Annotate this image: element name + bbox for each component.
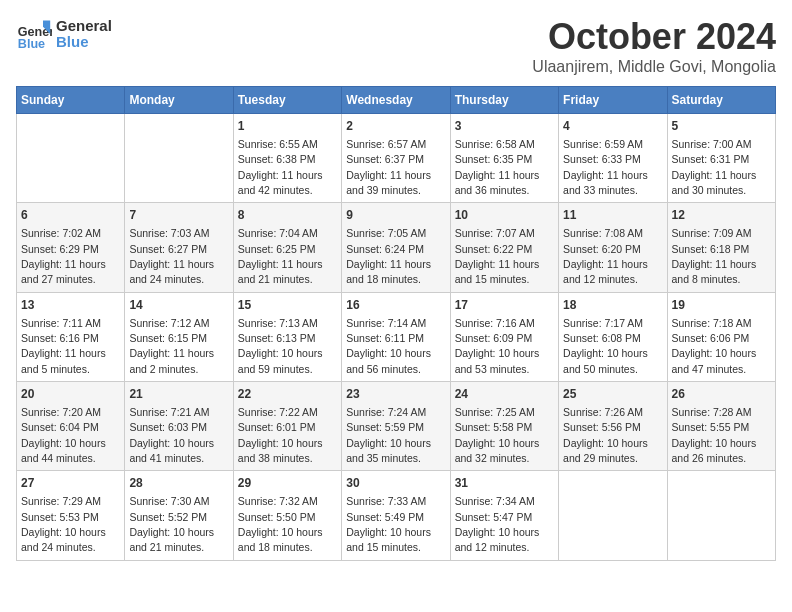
calendar-cell: 19Sunrise: 7:18 AM Sunset: 6:06 PM Dayli…: [667, 292, 775, 381]
day-info: Sunrise: 7:24 AM Sunset: 5:59 PM Dayligh…: [346, 406, 431, 464]
calendar-cell: 2Sunrise: 6:57 AM Sunset: 6:37 PM Daylig…: [342, 114, 450, 203]
day-number: 19: [672, 297, 771, 314]
day-info: Sunrise: 7:33 AM Sunset: 5:49 PM Dayligh…: [346, 495, 431, 553]
day-number: 9: [346, 207, 445, 224]
day-number: 21: [129, 386, 228, 403]
calendar-cell: 11Sunrise: 7:08 AM Sunset: 6:20 PM Dayli…: [559, 203, 667, 292]
day-number: 26: [672, 386, 771, 403]
calendar-cell: 20Sunrise: 7:20 AM Sunset: 6:04 PM Dayli…: [17, 382, 125, 471]
day-number: 15: [238, 297, 337, 314]
day-info: Sunrise: 7:14 AM Sunset: 6:11 PM Dayligh…: [346, 317, 431, 375]
day-number: 12: [672, 207, 771, 224]
calendar-cell: [559, 471, 667, 560]
calendar-cell: 29Sunrise: 7:32 AM Sunset: 5:50 PM Dayli…: [233, 471, 341, 560]
calendar-week-row: 1Sunrise: 6:55 AM Sunset: 6:38 PM Daylig…: [17, 114, 776, 203]
day-info: Sunrise: 6:57 AM Sunset: 6:37 PM Dayligh…: [346, 138, 431, 196]
day-number: 11: [563, 207, 662, 224]
day-info: Sunrise: 7:29 AM Sunset: 5:53 PM Dayligh…: [21, 495, 106, 553]
calendar-week-row: 20Sunrise: 7:20 AM Sunset: 6:04 PM Dayli…: [17, 382, 776, 471]
calendar-cell: 17Sunrise: 7:16 AM Sunset: 6:09 PM Dayli…: [450, 292, 558, 381]
day-number: 14: [129, 297, 228, 314]
calendar-header: SundayMondayTuesdayWednesdayThursdayFrid…: [17, 87, 776, 114]
calendar-cell: 30Sunrise: 7:33 AM Sunset: 5:49 PM Dayli…: [342, 471, 450, 560]
day-info: Sunrise: 7:32 AM Sunset: 5:50 PM Dayligh…: [238, 495, 323, 553]
day-number: 5: [672, 118, 771, 135]
calendar-cell: 1Sunrise: 6:55 AM Sunset: 6:38 PM Daylig…: [233, 114, 341, 203]
logo-text-blue: Blue: [56, 34, 112, 51]
calendar-cell: 23Sunrise: 7:24 AM Sunset: 5:59 PM Dayli…: [342, 382, 450, 471]
day-number: 18: [563, 297, 662, 314]
calendar-table: SundayMondayTuesdayWednesdayThursdayFrid…: [16, 86, 776, 561]
day-number: 17: [455, 297, 554, 314]
calendar-cell: 10Sunrise: 7:07 AM Sunset: 6:22 PM Dayli…: [450, 203, 558, 292]
day-info: Sunrise: 7:34 AM Sunset: 5:47 PM Dayligh…: [455, 495, 540, 553]
day-info: Sunrise: 7:08 AM Sunset: 6:20 PM Dayligh…: [563, 227, 648, 285]
location-title: Ulaanjirem, Middle Govi, Mongolia: [532, 58, 776, 76]
calendar-body: 1Sunrise: 6:55 AM Sunset: 6:38 PM Daylig…: [17, 114, 776, 561]
day-number: 2: [346, 118, 445, 135]
day-info: Sunrise: 7:16 AM Sunset: 6:09 PM Dayligh…: [455, 317, 540, 375]
day-info: Sunrise: 7:25 AM Sunset: 5:58 PM Dayligh…: [455, 406, 540, 464]
weekday-header: Tuesday: [233, 87, 341, 114]
calendar-cell: [667, 471, 775, 560]
day-info: Sunrise: 7:13 AM Sunset: 6:13 PM Dayligh…: [238, 317, 323, 375]
weekday-header: Monday: [125, 87, 233, 114]
day-info: Sunrise: 7:20 AM Sunset: 6:04 PM Dayligh…: [21, 406, 106, 464]
calendar-cell: 31Sunrise: 7:34 AM Sunset: 5:47 PM Dayli…: [450, 471, 558, 560]
weekday-header: Wednesday: [342, 87, 450, 114]
calendar-cell: 14Sunrise: 7:12 AM Sunset: 6:15 PM Dayli…: [125, 292, 233, 381]
day-info: Sunrise: 7:21 AM Sunset: 6:03 PM Dayligh…: [129, 406, 214, 464]
day-number: 30: [346, 475, 445, 492]
calendar-cell: 7Sunrise: 7:03 AM Sunset: 6:27 PM Daylig…: [125, 203, 233, 292]
day-number: 29: [238, 475, 337, 492]
day-number: 28: [129, 475, 228, 492]
calendar-cell: 6Sunrise: 7:02 AM Sunset: 6:29 PM Daylig…: [17, 203, 125, 292]
calendar-cell: [125, 114, 233, 203]
calendar-cell: 27Sunrise: 7:29 AM Sunset: 5:53 PM Dayli…: [17, 471, 125, 560]
day-info: Sunrise: 7:09 AM Sunset: 6:18 PM Dayligh…: [672, 227, 757, 285]
weekday-header: Saturday: [667, 87, 775, 114]
calendar-week-row: 6Sunrise: 7:02 AM Sunset: 6:29 PM Daylig…: [17, 203, 776, 292]
day-number: 27: [21, 475, 120, 492]
day-number: 25: [563, 386, 662, 403]
day-info: Sunrise: 7:07 AM Sunset: 6:22 PM Dayligh…: [455, 227, 540, 285]
page-header: General Blue General Blue October 2024 U…: [16, 16, 776, 76]
day-info: Sunrise: 7:11 AM Sunset: 6:16 PM Dayligh…: [21, 317, 106, 375]
calendar-cell: 25Sunrise: 7:26 AM Sunset: 5:56 PM Dayli…: [559, 382, 667, 471]
day-info: Sunrise: 7:26 AM Sunset: 5:56 PM Dayligh…: [563, 406, 648, 464]
svg-text:Blue: Blue: [18, 37, 45, 51]
calendar-cell: 21Sunrise: 7:21 AM Sunset: 6:03 PM Dayli…: [125, 382, 233, 471]
day-info: Sunrise: 7:28 AM Sunset: 5:55 PM Dayligh…: [672, 406, 757, 464]
day-number: 31: [455, 475, 554, 492]
day-number: 20: [21, 386, 120, 403]
day-number: 16: [346, 297, 445, 314]
day-number: 23: [346, 386, 445, 403]
calendar-cell: 16Sunrise: 7:14 AM Sunset: 6:11 PM Dayli…: [342, 292, 450, 381]
day-info: Sunrise: 7:12 AM Sunset: 6:15 PM Dayligh…: [129, 317, 214, 375]
day-number: 3: [455, 118, 554, 135]
day-number: 10: [455, 207, 554, 224]
calendar-cell: 5Sunrise: 7:00 AM Sunset: 6:31 PM Daylig…: [667, 114, 775, 203]
calendar-cell: [17, 114, 125, 203]
calendar-cell: 8Sunrise: 7:04 AM Sunset: 6:25 PM Daylig…: [233, 203, 341, 292]
day-info: Sunrise: 7:05 AM Sunset: 6:24 PM Dayligh…: [346, 227, 431, 285]
weekday-header: Friday: [559, 87, 667, 114]
day-info: Sunrise: 7:03 AM Sunset: 6:27 PM Dayligh…: [129, 227, 214, 285]
calendar-cell: 26Sunrise: 7:28 AM Sunset: 5:55 PM Dayli…: [667, 382, 775, 471]
day-number: 24: [455, 386, 554, 403]
weekday-header: Sunday: [17, 87, 125, 114]
day-number: 13: [21, 297, 120, 314]
calendar-cell: 18Sunrise: 7:17 AM Sunset: 6:08 PM Dayli…: [559, 292, 667, 381]
calendar-cell: 22Sunrise: 7:22 AM Sunset: 6:01 PM Dayli…: [233, 382, 341, 471]
logo-icon: General Blue: [16, 16, 52, 52]
weekday-header: Thursday: [450, 87, 558, 114]
day-number: 8: [238, 207, 337, 224]
day-number: 1: [238, 118, 337, 135]
calendar-cell: 15Sunrise: 7:13 AM Sunset: 6:13 PM Dayli…: [233, 292, 341, 381]
day-info: Sunrise: 7:17 AM Sunset: 6:08 PM Dayligh…: [563, 317, 648, 375]
month-title: October 2024: [532, 16, 776, 58]
calendar-cell: 24Sunrise: 7:25 AM Sunset: 5:58 PM Dayli…: [450, 382, 558, 471]
calendar-cell: 13Sunrise: 7:11 AM Sunset: 6:16 PM Dayli…: [17, 292, 125, 381]
calendar-cell: 3Sunrise: 6:58 AM Sunset: 6:35 PM Daylig…: [450, 114, 558, 203]
day-number: 7: [129, 207, 228, 224]
